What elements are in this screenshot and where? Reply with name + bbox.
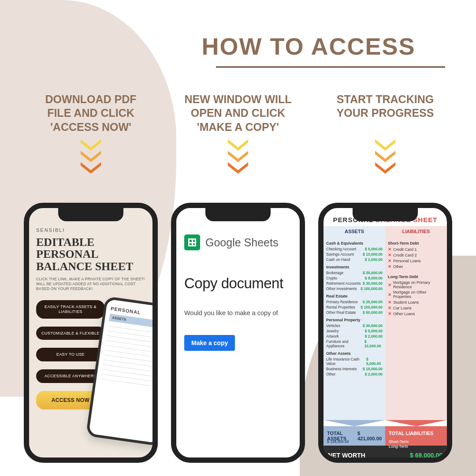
- make-a-copy-button[interactable]: Make a copy: [184, 335, 235, 351]
- feature-pill: CUSTOMIZABLE & FLEXIBLE: [36, 327, 105, 340]
- asset-row: Brokerage$ 35,000.00: [326, 270, 383, 275]
- title-underline: [216, 66, 445, 68]
- chevron-stack-icon: [172, 139, 304, 174]
- x-icon: ✕: [388, 264, 391, 269]
- asset-row: Savings Account$ 10,000.00: [326, 252, 383, 257]
- asset-row: Business Interests$ 15,000.00: [326, 366, 383, 372]
- x-icon: ✕: [388, 253, 391, 257]
- section-label: Cash & Equivalents: [326, 241, 383, 245]
- liability-row: ✕Personal Loans: [388, 258, 444, 264]
- liab-sub-2: Long-Term: [389, 444, 408, 449]
- phone-mock-1: SENSIBLI EDITABLE PERSONAL BALANCE SHEET…: [24, 203, 158, 463]
- arrow-down-icon: [324, 420, 385, 426]
- chevron-stack-icon: [25, 139, 157, 174]
- assets-header: ASSETS: [326, 226, 383, 238]
- copy-document-heading: Copy document: [184, 275, 293, 292]
- asset-row: Jewelry$ 5,000.00: [326, 328, 383, 334]
- liab-sub-1: Short-Term: [389, 439, 409, 444]
- liability-row: ✕Car Loans: [388, 305, 444, 311]
- app-name: Google Sheets: [205, 236, 278, 249]
- phone-notch: [58, 208, 123, 221]
- arrow-down-icon: [385, 420, 447, 426]
- brand-label: SENSIBLI: [36, 227, 145, 233]
- step-2-label: NEW WINDOW WILL OPEN AND CLICK 'MAKE A C…: [172, 93, 304, 137]
- total-assets: TOTAL ASSETS $ 421,000.00 $ 135,000.00: [324, 426, 385, 446]
- x-icon: ✕: [388, 305, 391, 310]
- product-title: EDITABLE PERSONAL BALANCE SHEET: [36, 236, 145, 272]
- section-label: Other Assets: [326, 351, 383, 356]
- section-label: Short-Term Debt: [388, 241, 444, 245]
- section-label: Real Estate: [326, 294, 383, 298]
- asset-row: Cash on Hand$ 2,000.00: [326, 257, 383, 262]
- x-icon: ✕: [388, 283, 391, 287]
- total-assets-sub: $ 135,000.00: [327, 439, 349, 444]
- total-liabilities: TOTAL LIABILITIES Short-Term Long-Term: [385, 426, 447, 446]
- step-1-label: DOWNLOAD PDF FILE AND CLICK 'ACCESS NOW': [25, 93, 157, 137]
- section-label: Long-Term Debt: [388, 275, 444, 279]
- asset-row: Vehicles$ 30,000.00: [326, 323, 383, 328]
- liability-row: ✕Other: [388, 264, 444, 269]
- liability-row: ✕Student Loans: [388, 299, 444, 305]
- liability-row: ✕Mortgage on Primary Residence: [388, 280, 444, 290]
- phones-row: SENSIBLI EDITABLE PERSONAL BALANCE SHEET…: [24, 203, 452, 463]
- asset-row: Primary Residence$ 25,000.00: [326, 299, 383, 305]
- feature-pill: EASILY TRACK ASSETS & LIABILITIES: [36, 300, 105, 319]
- x-icon: ✕: [388, 300, 391, 305]
- asset-row: Other Real Estate$ 50,000.00: [326, 310, 383, 315]
- asset-row: Other Investments$ 100,000.00: [326, 286, 383, 291]
- step-3: START TRACKING YOUR PROGRESS: [319, 93, 451, 174]
- step-2: NEW WINDOW WILL OPEN AND CLICK 'MAKE A C…: [172, 93, 304, 174]
- step-3-label: START TRACKING YOUR PROGRESS: [319, 93, 451, 137]
- copy-question: Would you like to make a copy of: [184, 309, 293, 316]
- x-icon: ✕: [388, 247, 391, 252]
- asset-row: Retirement Accounts$ 30,000.00: [326, 281, 383, 286]
- section-label: Personal Property: [326, 318, 383, 322]
- asset-row: Furniture and Appliances$ 10,000.00: [326, 339, 383, 349]
- product-desc: CLICK THE LINK, MAKE A PRIVATE COPY OF T…: [36, 277, 145, 291]
- net-worth-label: NET WORTH: [328, 452, 365, 459]
- liabilities-column: LIABILITIES Short-Term Debt ✕Credit Card…: [385, 226, 447, 420]
- asset-row: Checking Account$ 5,000.00: [326, 246, 383, 252]
- net-worth-row: NET WORTH $ 69,000.00: [324, 446, 447, 463]
- phone-notch: [353, 208, 418, 221]
- step-1: DOWNLOAD PDF FILE AND CLICK 'ACCESS NOW': [25, 93, 157, 174]
- total-liabilities-label: TOTAL LIABILITIES: [389, 431, 433, 436]
- net-worth-value: $ 69,000.00: [410, 452, 443, 459]
- asset-row: Other$ 2,000.00: [326, 372, 383, 377]
- asset-row: Rental Properties$ 100,000.00: [326, 305, 383, 310]
- asset-row: Life Insurance Cash Value$ 5,000.00: [326, 357, 383, 366]
- liability-row: ✕Other Loans: [388, 311, 444, 316]
- liability-row: ✕Mortgage on Other Properties: [388, 290, 444, 299]
- steps-row: DOWNLOAD PDF FILE AND CLICK 'ACCESS NOW'…: [25, 93, 451, 174]
- x-icon: ✕: [388, 292, 391, 297]
- feature-pill: EASY TO USE: [36, 348, 105, 361]
- asset-row: Artwork$ 2,000.00: [326, 334, 383, 339]
- liabilities-header: LIABILITIES: [388, 226, 444, 238]
- total-assets-value: $ 421,000.00: [357, 431, 382, 441]
- x-icon: ✕: [388, 311, 391, 316]
- liability-row: ✕Credit Card 2: [388, 252, 444, 258]
- phone-mock-3: PERSONAL BALANCE SHEET ASSETS Cash & Equ…: [318, 203, 452, 463]
- x-icon: ✕: [388, 258, 391, 263]
- phone-notch: [205, 208, 271, 221]
- chevron-stack-icon: [319, 139, 451, 174]
- google-sheets-icon: [184, 234, 200, 250]
- phone-mock-2: Google Sheets Copy document Would you li…: [171, 203, 305, 463]
- asset-row: Crypto$ 8,000.00: [326, 275, 383, 281]
- assets-column: ASSETS Cash & Equivalents Checking Accou…: [324, 226, 385, 420]
- section-label: Investments: [326, 265, 383, 269]
- liability-row: ✕Credit Card 1: [388, 246, 444, 252]
- main-title: HOW TO ACCESS: [159, 33, 458, 60]
